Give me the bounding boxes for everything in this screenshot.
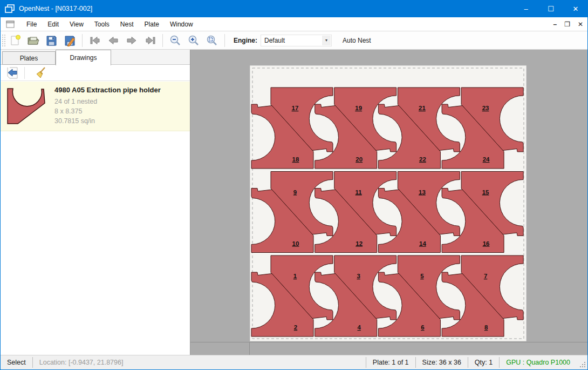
- toolbar-separator: [162, 34, 163, 47]
- next-arrow-icon: [125, 34, 138, 47]
- save-as-button[interactable]: [61, 33, 78, 48]
- close-button[interactable]: ✕: [563, 0, 588, 17]
- drawing-dimensions: 8 x 8.375: [54, 106, 161, 116]
- part-number-label: 2: [294, 324, 297, 331]
- part-number-label: 22: [419, 156, 426, 163]
- part-number-label: 17: [292, 105, 299, 111]
- status-gpu: GPU : Quadro P1000: [500, 358, 577, 367]
- last-arrow-icon: [143, 34, 156, 47]
- tab-plates[interactable]: Plates: [2, 51, 56, 65]
- menu-nest[interactable]: Nest: [115, 17, 139, 31]
- menu-view[interactable]: View: [64, 17, 89, 31]
- last-plate-button[interactable]: [142, 33, 158, 48]
- status-bar: Select Location: [-0.9437, 21.8796] Plat…: [1, 355, 587, 369]
- part-number-label: 19: [355, 105, 362, 111]
- part-number-label: 21: [419, 105, 426, 111]
- clear-drawings-button[interactable]: [32, 66, 49, 80]
- part-number-label: 24: [483, 156, 490, 163]
- scrollbar-divider: [190, 342, 587, 342]
- auto-nest-button[interactable]: Auto Nest: [338, 35, 375, 46]
- tab-drawings[interactable]: Drawings: [56, 50, 111, 65]
- app-window: OpenNest - [N0317-002] – ☐ ✕ File Edit V…: [0, 0, 588, 370]
- part-number-label: 18: [292, 156, 299, 163]
- part-number-label: 12: [355, 240, 363, 247]
- part-number-label: 5: [420, 273, 424, 279]
- engine-label: Engine:: [234, 37, 257, 44]
- part-number-label: 23: [482, 105, 489, 111]
- new-file-icon: [8, 34, 21, 47]
- minimize-button[interactable]: –: [514, 0, 538, 17]
- engine-combobox[interactable]: Default ▾: [261, 35, 332, 46]
- part-number-label: 3: [357, 273, 360, 279]
- app-icon: [5, 4, 15, 13]
- previous-arrow-icon: [107, 34, 120, 47]
- broom-icon: [34, 66, 47, 79]
- zoom-out-button[interactable]: [167, 33, 183, 48]
- next-plate-button[interactable]: [124, 33, 140, 48]
- drawing-area: 30.7815 sq/in: [54, 116, 161, 126]
- zoom-fit-icon: [206, 34, 218, 47]
- new-file-button[interactable]: [6, 33, 23, 48]
- content-area: Plates Drawings: [1, 50, 587, 355]
- panel-tabstrip: Plates Drawings: [1, 50, 190, 65]
- menu-window[interactable]: Window: [165, 17, 199, 31]
- drawing-list-item[interactable]: 4980 A05 Extraction pipe holder 24 of 1 …: [1, 82, 190, 131]
- open-folder-icon: [26, 34, 39, 47]
- part-number-label: 20: [355, 156, 363, 163]
- first-plate-button[interactable]: [87, 33, 103, 48]
- part-number-label: 6: [421, 324, 424, 331]
- first-arrow-icon: [88, 34, 101, 47]
- previous-plate-button[interactable]: [105, 33, 121, 48]
- mdi-minimize-button[interactable]: –: [553, 17, 557, 31]
- part-number-label: 10: [292, 240, 299, 247]
- zoom-out-icon: [169, 34, 182, 47]
- plate-view[interactable]: 171819202122232491011121314151612345678: [250, 65, 527, 341]
- part-number-label: 9: [293, 189, 297, 196]
- part-number-label: 15: [482, 189, 489, 196]
- part-number-label: 16: [483, 240, 490, 247]
- drawings-toolbar: [1, 65, 190, 81]
- main-toolbar: Engine: Default ▾ Auto Nest: [1, 31, 587, 50]
- part-number-label: 1: [293, 273, 297, 279]
- status-qty: Qty: 1: [468, 358, 499, 367]
- part-number-label: 11: [355, 189, 363, 196]
- mdi-close-button[interactable]: ✕: [578, 17, 583, 31]
- open-file-button[interactable]: [25, 33, 41, 48]
- zoom-in-icon: [187, 34, 200, 47]
- status-size: Size: 36 x 36: [416, 358, 468, 367]
- resize-grip[interactable]: [579, 361, 586, 368]
- scrollbar-corner-divider: [249, 342, 250, 355]
- toolbar-separator: [82, 34, 83, 47]
- menu-bar: File Edit View Tools Nest Plate Window –…: [1, 17, 587, 31]
- save-as-icon: [63, 34, 76, 47]
- engine-value: Default: [261, 37, 322, 44]
- menu-file[interactable]: File: [21, 17, 42, 31]
- part-number-label: 13: [419, 189, 426, 196]
- window-title: OpenNest - [N0317-002]: [19, 5, 92, 12]
- zoom-in-button[interactable]: [186, 33, 202, 48]
- maximize-button[interactable]: ☐: [538, 0, 563, 17]
- nest-canvas[interactable]: 171819202122232491011121314151612345678: [190, 50, 587, 355]
- mdi-document-icon[interactable]: [6, 21, 15, 28]
- import-drawing-icon: [6, 66, 20, 79]
- left-panel: Plates Drawings: [1, 50, 190, 355]
- status-plate: Plate: 1 of 1: [366, 358, 415, 367]
- import-drawing-button[interactable]: [5, 66, 21, 80]
- part-number-label: 14: [419, 240, 426, 247]
- title-bar: OpenNest - [N0317-002] – ☐ ✕: [0, 0, 588, 17]
- menu-tools[interactable]: Tools: [89, 17, 115, 31]
- menu-plate[interactable]: Plate: [139, 17, 165, 31]
- drawing-title: 4980 A05 Extraction pipe holder: [54, 86, 161, 94]
- status-mode: Select: [1, 358, 32, 367]
- zoom-fit-button[interactable]: [204, 33, 220, 48]
- status-location: Location: [-0.9437, 21.8796]: [33, 358, 130, 367]
- mdi-restore-button[interactable]: ❐: [564, 17, 570, 31]
- engine-dropdown-arrow[interactable]: ▾: [322, 36, 331, 45]
- toolbar-grip[interactable]: [2, 35, 5, 46]
- panel-toolbar-separator: [24, 67, 25, 79]
- drawing-nested-count: 24 of 1 nested: [54, 97, 161, 106]
- part-number-label: 4: [357, 324, 361, 331]
- save-button[interactable]: [43, 33, 59, 48]
- menu-edit[interactable]: Edit: [42, 17, 64, 31]
- toolbar-separator: [224, 34, 225, 47]
